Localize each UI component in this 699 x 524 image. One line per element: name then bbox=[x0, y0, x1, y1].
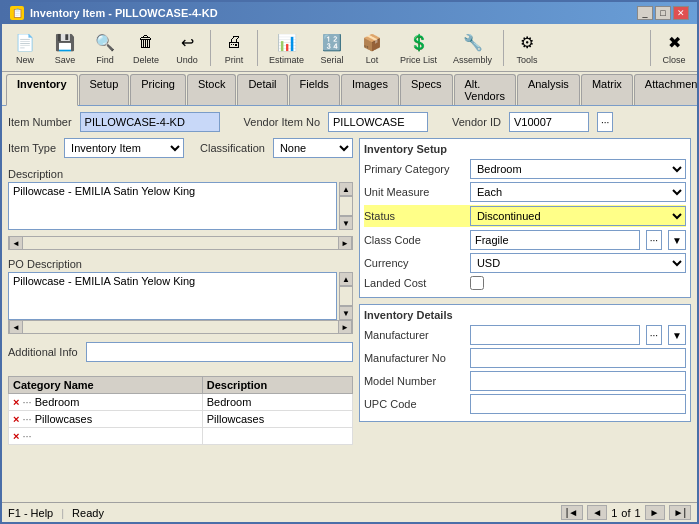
po-description-label: PO Description bbox=[8, 258, 82, 270]
tab-detail[interactable]: Detail bbox=[237, 74, 287, 105]
save-button[interactable]: 💾 Save bbox=[46, 27, 84, 68]
additional-info-input[interactable] bbox=[86, 342, 353, 362]
cat-row-3-dots[interactable]: ··· bbox=[23, 430, 32, 442]
close-button[interactable]: ✖ Close bbox=[655, 27, 693, 68]
lot-label: Lot bbox=[366, 55, 379, 65]
upc-code-label: UPC Code bbox=[364, 398, 464, 410]
class-code-input[interactable] bbox=[470, 230, 640, 250]
po-scroll-left[interactable]: ◄ bbox=[9, 320, 23, 334]
left-panel: Item Type Inventory Item Classification … bbox=[8, 138, 353, 445]
po-scroll-down[interactable]: ▼ bbox=[339, 306, 353, 320]
categories-table: Category Name Description × ··· Bedroom bbox=[8, 376, 353, 445]
tab-inventory[interactable]: Inventory bbox=[6, 74, 78, 106]
estimate-button[interactable]: 📊 Estimate bbox=[262, 27, 311, 68]
title-bar-buttons: _ □ ✕ bbox=[637, 6, 689, 20]
currency-select[interactable]: USD bbox=[470, 253, 686, 273]
cat-row-2-dots[interactable]: ··· bbox=[23, 413, 32, 425]
nav-prev-button[interactable]: ◄ bbox=[587, 505, 607, 520]
manufacturer-dropdown-button[interactable]: ▼ bbox=[668, 325, 686, 345]
undo-button[interactable]: ↩ Undo bbox=[168, 27, 206, 68]
print-icon: 🖨 bbox=[222, 30, 246, 54]
vendor-id-input[interactable] bbox=[509, 112, 589, 132]
find-button[interactable]: 🔍 Find bbox=[86, 27, 124, 68]
po-description-section: PO Description Pillowcase - EMILIA Satin… bbox=[8, 258, 353, 334]
delete-label: Delete bbox=[133, 55, 159, 65]
unit-measure-row: Unit Measure Each bbox=[364, 182, 686, 202]
page-number: 1 bbox=[611, 507, 617, 519]
cat-row-3-x[interactable]: × bbox=[13, 430, 19, 442]
total-pages: 1 bbox=[634, 507, 640, 519]
desc-scroll-left[interactable]: ◄ bbox=[9, 236, 23, 250]
nav-last-button[interactable]: ►| bbox=[669, 505, 692, 520]
close-icon: ✖ bbox=[662, 30, 686, 54]
restore-button[interactable]: □ bbox=[655, 6, 671, 20]
unit-measure-select[interactable]: Each bbox=[470, 182, 686, 202]
unit-measure-label: Unit Measure bbox=[364, 186, 464, 198]
item-number-input[interactable] bbox=[80, 112, 220, 132]
tab-specs[interactable]: Specs bbox=[400, 74, 453, 105]
manufacturer-no-input[interactable] bbox=[470, 348, 686, 368]
tab-attachments[interactable]: Attachments bbox=[634, 74, 699, 105]
right-panel: Inventory Setup Primary Category Bedroom… bbox=[359, 138, 691, 445]
po-scroll-right[interactable]: ► bbox=[338, 320, 352, 334]
po-scroll-up[interactable]: ▲ bbox=[339, 272, 353, 286]
cat-row-2-x[interactable]: × bbox=[13, 413, 19, 425]
desc-scroll-down[interactable]: ▼ bbox=[339, 216, 353, 230]
description-input[interactable]: Pillowcase - EMILIA Satin Yelow King bbox=[8, 182, 337, 230]
tools-button[interactable]: ⚙ Tools bbox=[508, 27, 546, 68]
class-code-lookup-button[interactable]: ··· bbox=[646, 230, 662, 250]
new-button[interactable]: 📄 New bbox=[6, 27, 44, 68]
class-code-dropdown-button[interactable]: ▼ bbox=[668, 230, 686, 250]
vendor-id-lookup-button[interactable]: ··· bbox=[597, 112, 613, 132]
tools-label: Tools bbox=[517, 55, 538, 65]
po-description-input[interactable]: Pillowcase - EMILIA Satin Yelow King bbox=[8, 272, 337, 320]
upc-code-input[interactable] bbox=[470, 394, 686, 414]
minimize-button[interactable]: _ bbox=[637, 6, 653, 20]
assembly-button[interactable]: 🔧 Assembly bbox=[446, 27, 499, 68]
landed-cost-checkbox[interactable] bbox=[470, 276, 484, 290]
tab-setup[interactable]: Setup bbox=[79, 74, 130, 105]
tab-stock[interactable]: Stock bbox=[187, 74, 237, 105]
cat-row-1-label: Bedroom bbox=[35, 396, 80, 408]
price-list-button[interactable]: 💲 Price List bbox=[393, 27, 444, 68]
item-type-select[interactable]: Inventory Item bbox=[64, 138, 184, 158]
tab-images[interactable]: Images bbox=[341, 74, 399, 105]
nav-first-button[interactable]: |◄ bbox=[561, 505, 584, 520]
landed-cost-label: Landed Cost bbox=[364, 277, 464, 289]
item-type-row: Item Type Inventory Item Classification … bbox=[8, 138, 353, 158]
primary-category-select[interactable]: Bedroom bbox=[470, 159, 686, 179]
primary-category-label: Primary Category bbox=[364, 163, 464, 175]
item-type-label: Item Type bbox=[8, 142, 56, 154]
inventory-setup-box: Inventory Setup Primary Category Bedroom… bbox=[359, 138, 691, 298]
tab-fields[interactable]: Fields bbox=[289, 74, 340, 105]
nav-next-button[interactable]: ► bbox=[645, 505, 665, 520]
lot-icon: 📦 bbox=[360, 30, 384, 54]
cat-row-2-name: × ··· Pillowcases bbox=[9, 411, 203, 428]
cat-row-1-x[interactable]: × bbox=[13, 396, 19, 408]
print-button[interactable]: 🖨 Print bbox=[215, 27, 253, 68]
serial-button[interactable]: 🔢 Serial bbox=[313, 27, 351, 68]
desc-scroll-up[interactable]: ▲ bbox=[339, 182, 353, 196]
delete-button[interactable]: 🗑 Delete bbox=[126, 27, 166, 68]
estimate-label: Estimate bbox=[269, 55, 304, 65]
classification-select[interactable]: None bbox=[273, 138, 353, 158]
tab-analysis[interactable]: Analysis bbox=[517, 74, 580, 105]
toolbar-separator-4 bbox=[650, 30, 651, 66]
vendor-item-no-input[interactable] bbox=[328, 112, 428, 132]
manufacturer-lookup-button[interactable]: ··· bbox=[646, 325, 662, 345]
close-window-button[interactable]: ✕ bbox=[673, 6, 689, 20]
vendor-id-label: Vendor ID bbox=[452, 116, 501, 128]
model-number-input[interactable] bbox=[470, 371, 686, 391]
manufacturer-input[interactable] bbox=[470, 325, 640, 345]
toolbar-separator-3 bbox=[503, 30, 504, 66]
tab-matrix[interactable]: Matrix bbox=[581, 74, 633, 105]
lot-button[interactable]: 📦 Lot bbox=[353, 27, 391, 68]
undo-icon: ↩ bbox=[175, 30, 199, 54]
item-number-label: Item Number bbox=[8, 116, 72, 128]
status-select[interactable]: Discontinued bbox=[470, 206, 686, 226]
tab-pricing[interactable]: Pricing bbox=[130, 74, 186, 105]
find-icon: 🔍 bbox=[93, 30, 117, 54]
cat-row-1-dots[interactable]: ··· bbox=[23, 396, 32, 408]
tab-alt-vendors[interactable]: Alt. Vendors bbox=[454, 74, 516, 105]
desc-scroll-right[interactable]: ► bbox=[338, 236, 352, 250]
